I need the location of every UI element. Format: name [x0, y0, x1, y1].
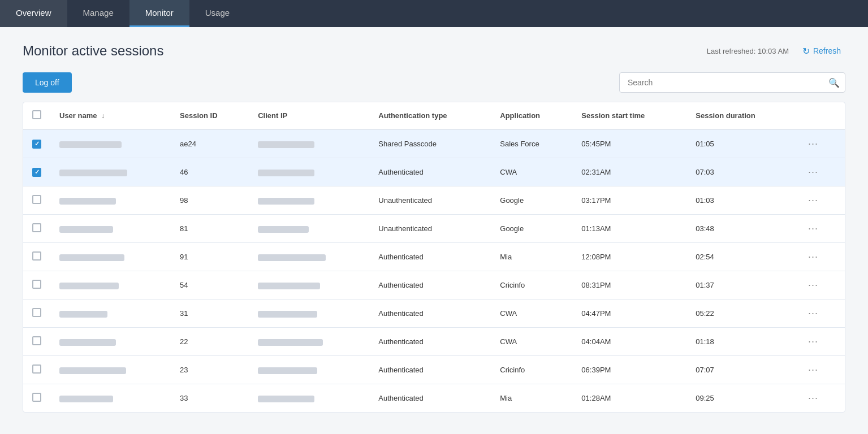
session-id-cell: 33: [171, 384, 249, 413]
duration-cell: 01:18: [686, 328, 796, 356]
start-time-column-header: Session start time: [572, 102, 686, 129]
session-id-cell: 81: [171, 215, 249, 243]
table-header: User name ↓ Session ID Client IP Authent…: [23, 102, 845, 129]
search-container: 🔍: [619, 72, 845, 93]
client-ip-cell: [249, 129, 369, 158]
row-more-button[interactable]: ···: [805, 165, 822, 179]
refresh-button[interactable]: ↻ Refresh: [798, 44, 845, 59]
row-checkbox[interactable]: [32, 168, 41, 177]
application-cell: Cricinfo: [491, 271, 572, 300]
row-checkbox-cell[interactable]: [23, 356, 50, 384]
username-redacted: [59, 254, 124, 261]
nav-item-overview[interactable]: Overview: [0, 0, 67, 27]
row-checkbox[interactable]: [32, 223, 41, 232]
start-time-cell: 12:08PM: [572, 243, 686, 271]
username-header-label: User name: [59, 111, 97, 120]
nav-item-monitor[interactable]: Monitor: [129, 0, 189, 27]
username-cell: [50, 384, 171, 413]
application-cell: Google: [491, 215, 572, 243]
username-cell: [50, 129, 171, 158]
top-navigation: OverviewManageMonitorUsage: [0, 0, 868, 27]
client-ip-cell: [249, 243, 369, 271]
table-row: 54 Authenticated Cricinfo 08:31PM 01:37 …: [23, 271, 845, 300]
row-checkbox[interactable]: [32, 364, 41, 374]
table-row: 23 Authenticated Cricinfo 06:39PM 07:07 …: [23, 356, 845, 384]
nav-item-manage[interactable]: Manage: [67, 0, 129, 27]
start-time-cell: 04:47PM: [572, 300, 686, 328]
client-ip-redacted: [258, 198, 314, 205]
session-id-column-header: Session ID: [171, 102, 249, 129]
application-cell: Mia: [491, 384, 572, 413]
client-ip-redacted: [258, 396, 314, 402]
duration-cell: 02:54: [686, 243, 796, 271]
header-right: Last refreshed: 10:03 AM ↻ Refresh: [707, 44, 845, 59]
start-time-cell: 04:04AM: [572, 328, 686, 356]
row-checkbox-cell[interactable]: [23, 271, 50, 300]
select-all-column: [23, 102, 50, 129]
row-more-button[interactable]: ···: [805, 193, 822, 207]
row-more-button[interactable]: ···: [805, 391, 822, 405]
username-column-header[interactable]: User name ↓: [50, 102, 171, 129]
session-id-cell: 91: [171, 243, 249, 271]
select-all-checkbox[interactable]: [32, 110, 41, 119]
table-row: 22 Authenticated CWA 04:04AM 01:18 ···: [23, 328, 845, 356]
nav-item-usage[interactable]: Usage: [189, 0, 245, 27]
actions-cell: ···: [796, 271, 845, 300]
row-checkbox[interactable]: [32, 195, 41, 204]
table-row: 33 Authenticated Mia 01:28AM 09:25 ···: [23, 384, 845, 413]
client-ip-redacted: [258, 170, 314, 176]
auth-type-cell: Authenticated: [369, 300, 491, 328]
row-checkbox-cell[interactable]: [23, 129, 50, 158]
auth-type-column-header: Authentication type: [369, 102, 491, 129]
row-more-button[interactable]: ···: [805, 278, 822, 292]
row-checkbox-cell[interactable]: [23, 384, 50, 413]
page-header: Monitor active sessions Last refreshed: …: [23, 43, 845, 59]
search-input[interactable]: [619, 72, 845, 93]
row-checkbox[interactable]: [32, 280, 41, 289]
actions-cell: ···: [796, 129, 845, 158]
row-more-button[interactable]: ···: [805, 335, 822, 349]
start-time-cell: 02:31AM: [572, 158, 686, 186]
row-checkbox-cell[interactable]: [23, 215, 50, 243]
username-cell: [50, 356, 171, 384]
row-more-button[interactable]: ···: [805, 137, 822, 151]
row-checkbox-cell[interactable]: [23, 243, 50, 271]
row-checkbox[interactable]: [32, 308, 41, 317]
client-ip-redacted: [258, 311, 317, 318]
row-checkbox-cell[interactable]: [23, 328, 50, 356]
client-ip-redacted: [258, 226, 309, 233]
row-more-button[interactable]: ···: [805, 250, 822, 264]
username-cell: [50, 158, 171, 186]
log-off-button[interactable]: Log off: [23, 72, 72, 93]
row-checkbox-cell[interactable]: [23, 158, 50, 186]
row-checkbox-cell[interactable]: [23, 300, 50, 328]
start-time-cell: 03:17PM: [572, 186, 686, 215]
table-row: 46 Authenticated CWA 02:31AM 07:03 ···: [23, 158, 845, 186]
username-redacted: [59, 198, 116, 205]
duration-cell: 07:07: [686, 356, 796, 384]
table-row: 31 Authenticated CWA 04:47PM 05:22 ···: [23, 300, 845, 328]
duration-cell: 07:03: [686, 158, 796, 186]
row-checkbox[interactable]: [32, 393, 41, 402]
actions-cell: ···: [796, 300, 845, 328]
row-checkbox[interactable]: [32, 251, 41, 261]
username-redacted: [59, 367, 126, 374]
row-more-button[interactable]: ···: [805, 222, 822, 236]
table-row: 98 Unauthenticated Google 03:17PM 01:03 …: [23, 186, 845, 215]
row-more-button[interactable]: ···: [805, 363, 822, 377]
row-checkbox[interactable]: [32, 140, 41, 149]
page-content: Monitor active sessions Last refreshed: …: [0, 27, 868, 434]
row-checkbox[interactable]: [32, 336, 41, 345]
client-ip-redacted: [258, 283, 320, 289]
username-cell: [50, 271, 171, 300]
client-ip-redacted: [258, 367, 317, 374]
username-redacted: [59, 396, 113, 402]
application-cell: Mia: [491, 243, 572, 271]
username-redacted: [59, 141, 122, 148]
auth-type-cell: Unauthenticated: [369, 186, 491, 215]
row-checkbox-cell[interactable]: [23, 186, 50, 215]
application-column-header: Application: [491, 102, 572, 129]
client-ip-cell: [249, 158, 369, 186]
application-cell: Cricinfo: [491, 356, 572, 384]
row-more-button[interactable]: ···: [805, 306, 822, 320]
